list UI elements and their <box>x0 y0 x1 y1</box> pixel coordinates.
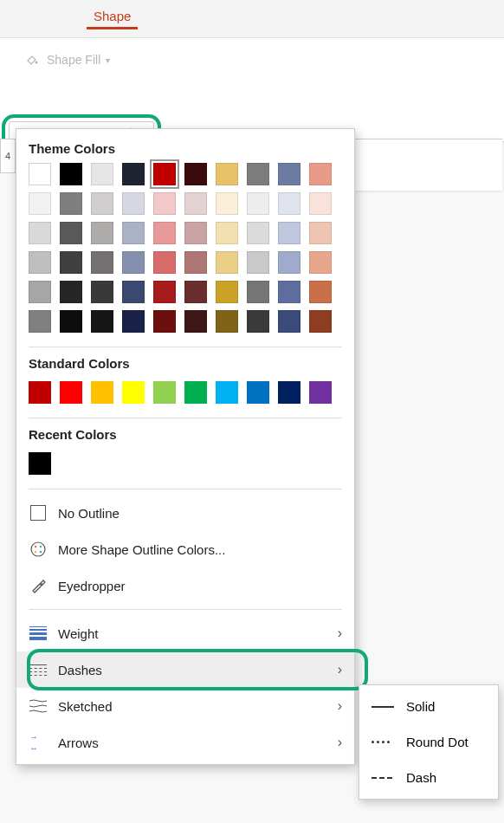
standard-color-swatch[interactable] <box>184 381 207 404</box>
theme-color-swatch[interactable] <box>184 310 207 333</box>
ruler-mark: 4 <box>0 139 16 173</box>
dash-dash-label: Dash <box>406 770 436 785</box>
theme-color-swatch[interactable] <box>29 251 51 274</box>
recent-colors-row <box>16 449 354 483</box>
svg-point-0 <box>36 62 38 64</box>
dash-option-solid[interactable]: Solid <box>359 689 498 724</box>
theme-color-swatch[interactable] <box>278 251 300 274</box>
dashes-icon <box>29 660 48 679</box>
theme-color-swatch[interactable] <box>91 222 113 244</box>
theme-color-swatch[interactable] <box>60 310 82 333</box>
theme-color-swatch[interactable] <box>184 222 207 244</box>
eyedropper-label: Eyedropper <box>58 579 126 593</box>
arrows-item[interactable]: Arrows › <box>16 724 354 761</box>
standard-color-swatch[interactable] <box>216 381 238 404</box>
theme-color-swatch[interactable] <box>29 222 51 244</box>
shape-fill-button[interactable]: Shape Fill ▾ <box>16 47 117 73</box>
theme-color-swatch[interactable] <box>91 192 113 215</box>
standard-color-swatch[interactable] <box>91 381 113 404</box>
theme-color-swatch[interactable] <box>216 310 238 333</box>
theme-color-swatch[interactable] <box>309 222 332 244</box>
standard-colors-label: Standard Colors <box>16 353 354 378</box>
tab-shape[interactable]: Shape <box>87 9 138 29</box>
more-colors-item[interactable]: More Shape Outline Colors... <box>16 531 354 567</box>
dashes-item[interactable]: Dashes › <box>16 651 354 688</box>
theme-color-swatch[interactable] <box>216 192 238 215</box>
weight-icon <box>29 624 48 643</box>
recent-color-swatch[interactable] <box>29 452 51 475</box>
theme-color-swatch[interactable] <box>153 281 176 303</box>
theme-color-swatch[interactable] <box>309 310 332 333</box>
theme-color-swatch[interactable] <box>247 192 269 215</box>
theme-color-swatch[interactable] <box>184 281 207 303</box>
theme-color-swatch[interactable] <box>29 310 51 333</box>
theme-color-swatch[interactable] <box>309 163 332 185</box>
theme-color-swatch[interactable] <box>247 281 269 303</box>
standard-color-swatch[interactable] <box>278 381 300 404</box>
standard-color-swatch[interactable] <box>60 381 82 404</box>
no-outline-item[interactable]: No Outline <box>16 495 354 531</box>
theme-color-swatch[interactable] <box>91 310 113 333</box>
theme-color-swatch[interactable] <box>60 251 82 274</box>
weight-item[interactable]: Weight › <box>16 615 354 651</box>
theme-color-swatch[interactable] <box>91 281 113 303</box>
theme-color-swatch[interactable] <box>247 251 269 274</box>
theme-color-swatch[interactable] <box>122 163 145 185</box>
theme-color-swatch[interactable] <box>309 251 332 274</box>
theme-color-swatch[interactable] <box>309 192 332 215</box>
theme-color-swatch[interactable] <box>122 251 145 274</box>
dash-option-dash[interactable]: Dash <box>359 760 498 795</box>
theme-color-swatch[interactable] <box>122 281 145 303</box>
sketched-label: Sketched <box>58 699 113 714</box>
theme-color-swatch[interactable] <box>278 163 300 185</box>
theme-color-swatch[interactable] <box>278 281 300 303</box>
theme-color-swatch[interactable] <box>153 222 176 244</box>
theme-color-swatch[interactable] <box>122 222 145 244</box>
standard-color-swatch[interactable] <box>309 381 332 404</box>
theme-color-swatch[interactable] <box>216 251 238 274</box>
theme-color-swatch[interactable] <box>153 163 176 185</box>
theme-color-swatch[interactable] <box>278 222 300 244</box>
recent-colors-label: Recent Colors <box>16 424 354 449</box>
theme-color-swatch[interactable] <box>60 281 82 303</box>
dashes-label: Dashes <box>58 663 102 677</box>
theme-color-swatch[interactable] <box>60 163 82 185</box>
theme-color-swatch[interactable] <box>309 281 332 303</box>
dash-line-icon <box>372 772 394 784</box>
theme-color-swatch[interactable] <box>184 251 207 274</box>
theme-color-swatch[interactable] <box>122 192 145 215</box>
theme-color-swatch[interactable] <box>184 163 207 185</box>
chevron-down-icon: ▾ <box>106 55 110 65</box>
theme-color-swatch[interactable] <box>184 192 207 215</box>
theme-color-swatch[interactable] <box>29 281 51 303</box>
theme-color-swatch[interactable] <box>153 192 176 215</box>
theme-color-swatch[interactable] <box>29 192 51 215</box>
theme-color-swatch[interactable] <box>247 310 269 333</box>
standard-color-swatch[interactable] <box>247 381 269 404</box>
chevron-right-icon: › <box>338 735 342 750</box>
theme-color-swatch[interactable] <box>153 310 176 333</box>
theme-color-swatch[interactable] <box>60 192 82 215</box>
standard-color-swatch[interactable] <box>29 381 51 404</box>
theme-color-swatch[interactable] <box>278 192 300 215</box>
theme-color-swatch[interactable] <box>278 310 300 333</box>
ribbon-bar: Shape <box>0 0 504 38</box>
theme-color-swatch[interactable] <box>29 163 51 185</box>
eyedropper-item[interactable]: Eyedropper <box>16 567 354 604</box>
sketched-item[interactable]: Sketched › <box>16 688 354 724</box>
theme-color-swatch[interactable] <box>60 222 82 244</box>
standard-color-swatch[interactable] <box>122 381 145 404</box>
theme-color-swatch[interactable] <box>122 310 145 333</box>
theme-color-swatch[interactable] <box>216 281 238 303</box>
no-outline-label: No Outline <box>58 506 120 521</box>
theme-color-swatch[interactable] <box>247 163 269 185</box>
shape-outline-dropdown: Theme Colors Standard Colors Recent Colo… <box>16 128 355 765</box>
theme-color-swatch[interactable] <box>153 251 176 274</box>
theme-color-swatch[interactable] <box>216 163 238 185</box>
theme-color-swatch[interactable] <box>216 222 238 244</box>
theme-color-swatch[interactable] <box>91 251 113 274</box>
theme-color-swatch[interactable] <box>247 222 269 244</box>
dash-option-round-dot[interactable]: Round Dot <box>359 724 498 760</box>
standard-color-swatch[interactable] <box>153 381 176 404</box>
theme-color-swatch[interactable] <box>91 163 113 185</box>
